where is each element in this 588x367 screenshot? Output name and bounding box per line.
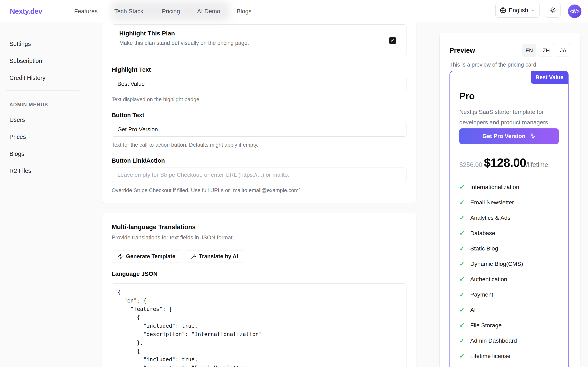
feature-row: ✓ Database [459,229,559,237]
feature-label: AI [470,307,476,313]
highlight-plan-box: Highlight This Plan Make this plan stand… [112,24,406,56]
button-text-input[interactable] [112,122,406,137]
language-selector[interactable]: English [496,3,540,18]
sidebar-item[interactable]: Credit History [9,73,86,82]
feature-label: File Storage [470,322,502,329]
cta-label: Get Pro Version [482,133,525,140]
preview-language-tabs: EN ZH JA [522,44,570,57]
preview-header: Preview EN ZH JA [450,44,570,57]
feature-label: Authentication [470,276,507,283]
translate-by-ai-label: Translate by AI [199,253,238,260]
current-price: $128.00 [484,156,526,170]
button-text-helper: Text for the call-to-action button. Defa… [112,142,406,147]
translations-actions: Generate Template Translate by AI [112,250,406,263]
sidebar-item[interactable]: Users [9,115,86,124]
nav-link[interactable]: AI Demo [197,0,220,23]
feature-row: ✓ File Storage [459,322,559,329]
translate-by-ai-button[interactable]: Translate by AI [185,250,244,263]
button-link-helper: Override Stripe Checkout if filled. Use … [112,187,406,192]
generate-template-button[interactable]: Generate Template [112,250,181,263]
check-icon: ✓ [459,292,465,298]
json-line: "features": [ [118,305,401,313]
feature-row: ✓ Email Newsletter [459,199,559,206]
sidebar-item[interactable]: Settings [9,39,86,48]
preview-subtitle: This is a preview of the pricing card. [450,62,570,68]
feature-label: Dynamic Blog(CMS) [470,260,523,267]
button-link-input[interactable] [112,167,406,182]
highlight-text-label: Highlight Text [112,66,406,73]
check-icon: ✓ [459,261,465,267]
json-line: "description": "Internationalization" [118,330,401,339]
mouse-pointer-click-icon [529,133,536,140]
sidebar-item[interactable]: Prices [9,132,86,141]
top-navbar: Nexty.dev FeaturesTech StackPricingAI De… [0,0,588,23]
json-line: { [118,313,401,322]
json-line: "included": true, [118,322,401,330]
sun-icon [549,7,556,14]
feature-row: ✓ AI [459,306,559,314]
feature-label: Database [470,230,495,237]
globe-icon [500,7,506,14]
sidebar-item[interactable]: R2 Files [9,166,86,175]
json-line: "description": "Email Newsletter" [118,364,401,367]
sidebar-item[interactable]: Subscription [9,56,86,65]
button-text-label: Button Text [112,112,406,119]
generate-template-label: Generate Template [126,253,175,260]
plan-settings-card: Highlight This Plan Make this plan stand… [102,20,416,203]
check-icon: ✓ [459,199,465,206]
feature-label: Internationalization [470,184,519,191]
tab-zh[interactable]: ZH [539,44,553,57]
price-row: $256.00 $128.00 /lifetime [459,156,559,170]
highlight-text-helper: Text displayed on the highlight badge. [112,96,406,101]
get-pro-version-button[interactable]: Get Pro Version [459,128,559,144]
feature-list: ✓ Internationalization ✓ Email Newslette… [459,183,559,360]
best-value-badge: Best Value [531,71,568,84]
nav-link[interactable]: Blogs [237,0,252,23]
check-icon: ✓ [459,230,465,236]
feature-row: ✓ Analytics & Ads [459,214,559,221]
feature-label: Email Newsletter [470,199,514,206]
feature-label: Static Blog [470,245,498,252]
feature-row: ✓ Internationalization [459,183,559,191]
translations-card: Multi-language Translations Provide tran… [102,213,416,367]
preview-title: Preview [450,47,475,54]
price-interval: /lifetime [526,161,548,168]
check-icon: ✓ [459,245,465,252]
nav-link[interactable]: Tech Stack [114,0,143,23]
check-icon: ✓ [459,215,465,221]
logo[interactable]: Nexty.dev [10,0,42,23]
lightning-icon [118,254,123,259]
language-json-editor[interactable]: { "en": { "features": [ { "included": tr… [112,284,406,367]
button-link-label: Button Link/Action [112,157,406,164]
original-price: $256.00 [459,161,482,168]
check-icon: ✓ [391,38,395,43]
feature-row: ✓ Dynamic Blog(CMS) [459,260,559,267]
highlight-text-input[interactable] [112,77,406,91]
check-icon: ✓ [459,353,465,359]
plan-description: Next.js SaaS starter template for develo… [459,107,562,128]
feature-label: Analytics & Ads [470,214,510,221]
highlight-plan-title: Highlight This Plan [119,30,399,37]
tab-en[interactable]: EN [522,44,536,57]
nav-link[interactable]: Features [74,0,98,23]
json-line: "en": { [118,297,401,305]
check-icon: ✓ [459,307,465,313]
pricing-card: Best Value Pro Next.js SaaS starter temp… [450,71,569,367]
sidebar-divider [6,90,79,91]
plan-name: Pro [459,91,559,101]
sidebar-section-label: ADMIN MENUS [9,102,86,108]
nav-link[interactable]: Pricing [162,0,180,23]
feature-row: ✓ Payment [459,291,559,298]
avatar[interactable]: <N> [568,5,581,18]
tab-ja[interactable]: JA [556,44,570,57]
highlight-plan-checkbox[interactable]: ✓ [389,37,396,44]
translations-title: Multi-language Translations [112,224,406,231]
highlight-plan-description: Make this plan stand out visually on the… [119,40,399,46]
theme-toggle-button[interactable] [545,3,561,18]
check-icon: ✓ [459,322,465,328]
language-label: English [509,7,528,14]
sidebar-item[interactable]: Blogs [9,149,86,158]
check-icon: ✓ [459,184,465,190]
json-line: }, [118,339,401,347]
sidebar-admin-items: UsersPricesBlogsR2 Files [9,115,86,175]
